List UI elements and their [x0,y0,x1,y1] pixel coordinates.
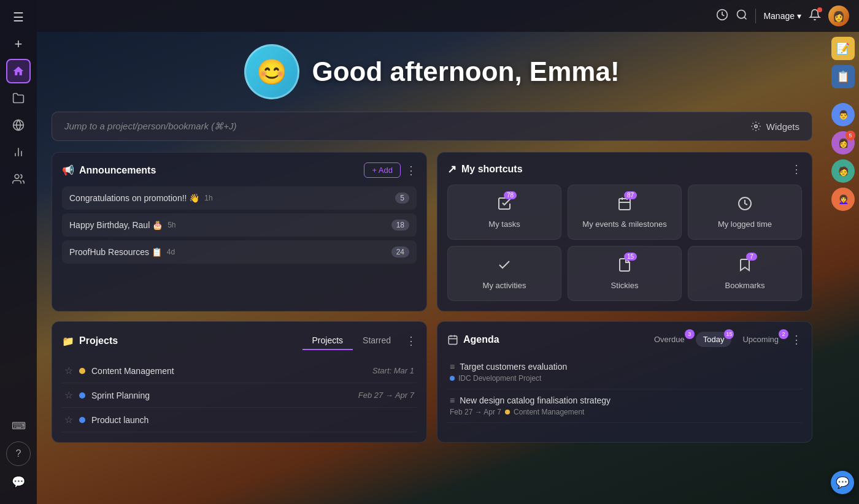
star-icon-3: ☆ [64,414,73,426]
overdue-badge: 3 [685,329,695,339]
logged-time-icon [738,196,752,215]
agenda-tabs: Overdue 3 Today 15 Upcoming 2 [647,332,786,347]
project-item-1[interactable]: ☆ Content Management Start: Mar 1 [62,359,417,383]
shortcuts-grid: 78 My tasks 87 My events & milestones [447,185,802,301]
ann-badge-1: 5 [395,193,409,204]
agenda-item-2[interactable]: ≡ New design catalog finalisation strate… [447,389,802,423]
tasks-icon: 78 [497,196,512,215]
ann-badge-3: 24 [391,246,409,258]
sidebar-item-help[interactable]: ? [6,441,31,466]
sidebar-item-home[interactable] [6,59,31,83]
sidebar: ☰ + ⌨ ? 💬 [0,0,37,504]
announcements-card: 📢 Announcements + Add ⋮ Congratulations … [52,152,427,311]
shortcuts-title: ↗ My shortcuts [447,162,523,176]
svg-point-5 [15,175,19,179]
announcement-item-1[interactable]: Congratulations on promotion!! 👋 1h 5 [62,186,417,210]
ann-badge-2: 18 [391,220,409,231]
svg-rect-10 [619,199,630,210]
sidebar-item-files[interactable] [6,86,31,110]
tab-starred[interactable]: Starred [353,332,401,350]
tab-projects[interactable]: Projects [302,332,353,350]
shortcut-logged-time[interactable]: My logged time [688,185,802,240]
projects-list: ☆ Content Management Start: Mar 1 ☆ Spri… [62,359,417,432]
project-dot-2 [79,392,85,399]
hero-greeting: Good afternoon, Emma! [312,56,619,87]
manage-button[interactable]: Manage ▾ [763,11,801,21]
announcement-item-2[interactable]: Happy Birthday, Raul 🎂 5h 18 [62,213,417,237]
tasks-label: My tasks [488,220,520,229]
project-item-3[interactable]: ☆ Product launch [62,408,417,432]
clock-icon[interactable] [716,9,728,24]
agenda-list: ≡ Target customers evaluation IDC Develo… [447,356,802,423]
shortcut-events[interactable]: 87 My events & milestones [568,185,682,240]
sticky-note-button[interactable]: 📝 [831,37,855,60]
project-name-3: Product launch [91,415,148,425]
announcements-title: 📢 Announcements [62,164,156,176]
activities-icon [497,258,512,276]
shortcut-stickies[interactable]: 15 Stickies [568,246,682,301]
agenda-title-1: ≡ Target customers evaluation [450,362,799,372]
sidebar-item-add[interactable]: + [6,32,31,56]
shortcut-tasks[interactable]: 78 My tasks [447,185,561,240]
user-avatar-2[interactable]: 👩 5 [831,131,855,155]
sidebar-item-team[interactable] [6,167,31,191]
projects-menu-button[interactable]: ⋮ [406,334,417,348]
projects-header: 📁 Projects Projects Starred ⋮ [62,332,417,350]
agenda-title-2: ≡ New design catalog finalisation strate… [450,395,799,405]
announcements-add-button[interactable]: + Add [364,162,401,178]
star-icon-1: ☆ [64,365,73,376]
agenda-dot-1 [450,376,455,381]
sidebar-item-keyboard[interactable]: ⌨ [6,413,31,438]
sidebar-item-menu[interactable]: ☰ [6,5,31,29]
announcements-actions: + Add ⋮ [364,162,417,178]
shortcuts-header: ↗ My shortcuts ⋮ [447,162,802,176]
announcement-item-3[interactable]: ProofHub Resources 📋 4d 24 [62,240,417,264]
sidebar-item-reports[interactable] [6,140,31,164]
search-bar[interactable]: Jump to a project/person/bookmark (⌘+J) … [52,112,812,141]
bookmarks-icon: 7 [738,258,752,276]
sidebar-item-globe[interactable] [6,113,31,137]
ann-text-3: ProofHub Resources 📋 4d [69,247,175,257]
agenda-menu-button[interactable]: ⋮ [791,333,802,346]
agenda-item-1[interactable]: ≡ Target customers evaluation IDC Develo… [447,356,802,389]
notification-button[interactable] [809,9,821,24]
announcements-list: Congratulations on promotion!! 👋 1h 5 Ha… [62,186,417,264]
announcements-header: 📢 Announcements + Add ⋮ [62,162,417,178]
manage-label: Manage [763,11,795,21]
shortcut-activities[interactable]: My activities [447,246,561,301]
user-avatar-4[interactable]: 👩‍🦱 [831,188,855,211]
search-icon[interactable] [736,9,748,24]
projects-card: 📁 Projects Projects Starred ⋮ ☆ Con [52,321,427,443]
widgets-label: Widgets [766,121,799,132]
shortcuts-card: ↗ My shortcuts ⋮ 78 My tasks [437,152,812,311]
ann-text-2: Happy Birthday, Raul 🎂 5h [69,220,176,230]
user-avatar-1[interactable]: 👨 [831,103,855,126]
shortcut-bookmarks[interactable]: 7 Bookmarks [688,246,802,301]
tab-today[interactable]: Today 15 [696,332,732,347]
project-date-1: Start: Mar 1 [372,366,414,375]
user-avatar-3[interactable]: 🧑 [831,159,855,183]
note-button[interactable]: 📋 [831,65,855,88]
tab-overdue[interactable]: Overdue 3 [647,332,692,347]
star-icon-2: ☆ [64,389,73,401]
bookmarks-label: Bookmarks [725,281,765,290]
projects-label: Projects [79,335,118,346]
project-left-1: ☆ Content Management [64,365,174,376]
chat-float-button[interactable]: 💬 [831,471,854,494]
tasks-badge: 78 [504,191,517,199]
user-avatar-hero: 😊 [244,44,299,99]
projects-actions: Projects Starred ⋮ [302,332,417,350]
project-name-1: Content Management [91,366,174,376]
tab-upcoming[interactable]: Upcoming 2 [735,332,786,347]
shortcuts-menu-button[interactable]: ⋮ [791,162,802,176]
sidebar-item-chat[interactable]: 💬 [6,470,31,494]
agenda-label: Agenda [463,334,499,345]
agenda-sub-2: Feb 27 → Apr 7 Content Management [450,408,799,416]
ann-text-1: Congratulations on promotion!! 👋 1h [69,193,213,203]
projects-tabs: Projects Starred [302,332,401,350]
widgets-button[interactable]: Widgets [750,121,799,132]
svg-rect-15 [449,336,457,345]
project-item-2[interactable]: ☆ Sprint Planning Feb 27 → Apr 7 [62,383,417,408]
announcements-menu-button[interactable]: ⋮ [406,164,417,177]
agenda-dot-2 [505,410,510,414]
